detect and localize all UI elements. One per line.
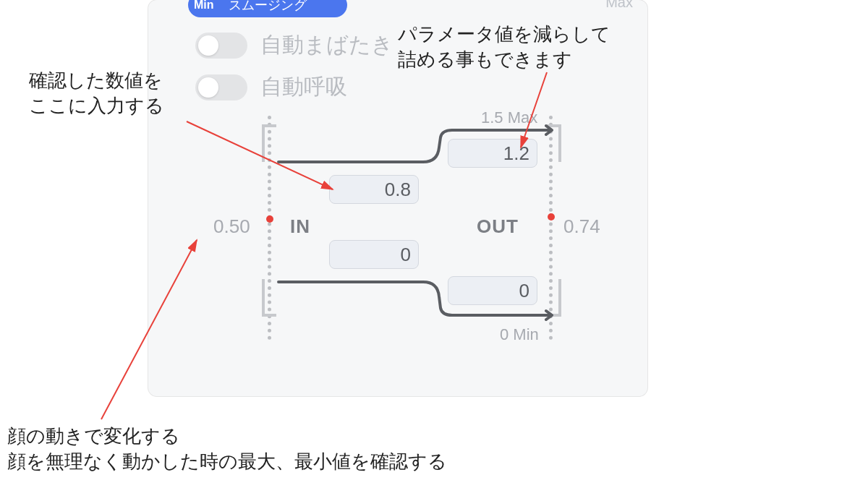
annotation-face-range: 顔の動きで変化する 顔を無理なく動かした時の最大、最小値を確認する bbox=[7, 424, 447, 474]
out-max-input[interactable]: 1.2 bbox=[448, 139, 537, 168]
auto-breath-label: 自動呼吸 bbox=[260, 72, 347, 102]
in-live-value: 0.50 bbox=[213, 215, 250, 238]
in-max-input[interactable]: 0.8 bbox=[329, 175, 419, 204]
in-label: IN bbox=[290, 215, 310, 238]
annotation-input-here: 確認した数値を ここに入力する bbox=[29, 68, 164, 119]
toggle-knob bbox=[198, 77, 218, 98]
out-min-label: 0 Min bbox=[500, 325, 539, 344]
toggle-knob bbox=[198, 35, 218, 56]
in-min-input[interactable]: 0 bbox=[329, 240, 419, 269]
smoothing-pill[interactable]: Min スムージング bbox=[188, 0, 347, 17]
auto-blink-label: 自動まばたき bbox=[260, 30, 393, 60]
out-label: OUT bbox=[477, 215, 519, 238]
annotation-reduce-param: パラメータ値を減らして 詰める事もできます bbox=[398, 22, 610, 72]
smoothing-min-label: Min bbox=[194, 0, 214, 17]
auto-blink-row: 自動まばたき bbox=[195, 30, 393, 60]
curve-editor: 1.5 Max 0 Min 0.8 1.2 0 0 IN OUT 0.50 0.… bbox=[192, 108, 604, 347]
curve-paths bbox=[192, 108, 604, 347]
auto-blink-toggle[interactable] bbox=[195, 33, 247, 59]
auto-breath-toggle[interactable] bbox=[195, 74, 247, 100]
out-live-value: 0.74 bbox=[563, 215, 600, 238]
auto-breath-row: 自動呼吸 bbox=[195, 72, 347, 102]
smoothing-max-label: Max bbox=[605, 0, 633, 11]
out-min-input[interactable]: 0 bbox=[448, 276, 537, 305]
smoothing-pill-label: スムージング bbox=[229, 0, 307, 12]
out-max-label: 1.5 Max bbox=[481, 108, 537, 127]
